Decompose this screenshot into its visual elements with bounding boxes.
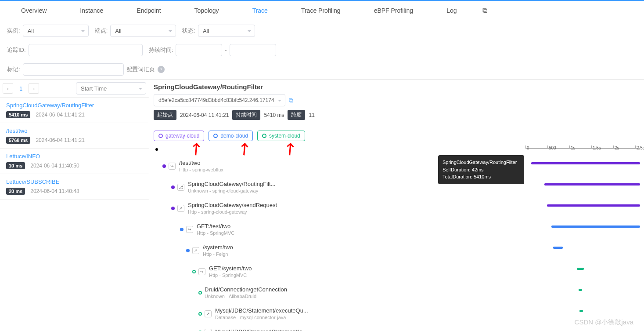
main: ‹ 1 › Start Time SpringCloudGateway/Rout…	[0, 80, 644, 331]
pager: ‹ 1 ›	[3, 83, 39, 94]
endpoint-select[interactable]: All	[110, 25, 176, 37]
instance-label: 实例:	[7, 27, 20, 35]
status-label: 状态:	[182, 27, 195, 35]
span-type-icon: ↗	[177, 205, 184, 212]
trace-id-select[interactable]: d5efe2ca5cc847749d3bbd4c83bfc542.246.171…	[154, 94, 285, 106]
filter-bar: 实例: All 端点: All 状态: All 追踪ID: 持续时间: - 标记…	[0, 20, 644, 80]
trace-item[interactable]: SpringCloudGateway/RoutingFilter 5410 ms…	[0, 98, 149, 123]
span-row[interactable]: ↪ GET:/test/two Http - SpringMVC	[154, 223, 640, 244]
span-row[interactable]: ↗ /system/two Http - Feign	[154, 244, 640, 265]
tooltip-self: SelfDuration: 42ms	[443, 166, 520, 174]
span-count: 11	[309, 112, 314, 118]
span-row[interactable]: Druid/Connection/getConnection Unknown -…	[154, 286, 640, 307]
trace-item-time: 2024-06-04 11:41:21	[36, 112, 84, 118]
span-row[interactable]: ↗ Mysql/JDBC/Statement/executeQu... Data…	[154, 307, 640, 328]
span-duration-bar	[551, 226, 640, 228]
span-dot-icon	[192, 270, 196, 273]
span-duration-bar	[531, 162, 640, 164]
span-tooltip: SpringCloudGateway/RoutingFilter SelfDur…	[438, 155, 524, 184]
tags-input[interactable]	[23, 63, 124, 76]
span-subtitle: Http - SpringMVC	[197, 230, 234, 236]
traceid-input[interactable]	[29, 44, 143, 56]
span-chip: 跨度	[288, 110, 305, 120]
tab-overview[interactable]: Overview	[4, 1, 63, 20]
service-chip[interactable]: demo-cloud	[209, 131, 253, 141]
trace-duration-badge: 20 ms	[6, 188, 25, 195]
ruler-tick: 1.5s	[591, 145, 601, 148]
trace-item[interactable]: Lettuce/INFO 10 ms 2024-06-04 11:40:50	[0, 149, 149, 174]
service-dot-icon	[158, 134, 163, 138]
service-name: system-cloud	[269, 133, 300, 139]
pager-page[interactable]: 1	[15, 85, 27, 92]
span-dot-icon	[162, 164, 166, 168]
service-chip[interactable]: gateway-cloud	[154, 131, 204, 141]
trace-item-title: /test/two	[6, 127, 143, 134]
span-duration-bar	[579, 289, 582, 291]
span-duration-bar	[544, 183, 640, 186]
timeline: 05001s1.5s2s2.5s SpringCloudGateway/Rout…	[154, 148, 640, 331]
ruler-tick: 2.5s	[635, 145, 644, 148]
span-name: Druid/Connection/getConnection	[205, 286, 287, 293]
pager-prev[interactable]: ‹	[3, 83, 13, 94]
status-select[interactable]: All	[198, 25, 255, 37]
tab-trace-profiling[interactable]: Trace Profiling	[284, 1, 357, 20]
trace-item-title: Lettuce/SUBSCRIBE	[6, 178, 143, 185]
trace-item[interactable]: Lettuce/SUBSCRIBE 20 ms 2024-06-04 11:40…	[0, 174, 149, 200]
span-row[interactable]: ↗ SpringCloudGateway/sendRequest Http - …	[154, 202, 640, 223]
nav-tabs: Overview Instance Endpoint Topology Trac…	[0, 0, 644, 20]
span-row[interactable]: ↪ GET:/system/two Http - SpringMVC	[154, 265, 640, 286]
span-name: Mysql/JDBC/Statement/executeQu...	[215, 307, 308, 314]
copy-tab-icon[interactable]: ⧉	[474, 7, 496, 15]
span-duration-bar	[579, 310, 583, 312]
span-subtitle: Http - SpringMVC	[209, 273, 252, 278]
pager-next[interactable]: ›	[29, 83, 39, 94]
span-name: SpringCloudGateway/sendRequest	[188, 202, 277, 208]
span-dot-icon	[180, 228, 183, 231]
ruler-tick: 0	[525, 145, 529, 148]
trace-item-time: 2024-06-04 11:41:21	[36, 137, 84, 143]
help-icon[interactable]: ?	[158, 66, 165, 73]
ruler-tick: 1s	[569, 145, 576, 148]
time-ruler: 05001s1.5s2s2.5s	[525, 145, 640, 154]
duration-max-input[interactable]	[230, 44, 276, 56]
span-subtitle: Unknown - AlibabaDruid	[205, 294, 287, 299]
tab-log[interactable]: Log	[430, 1, 473, 20]
span-name: /system/two	[203, 244, 233, 251]
span-subtitle: Http - spring-cloud-gateway	[188, 209, 277, 215]
ruler-tick: 2s	[613, 145, 619, 148]
root-node	[155, 148, 158, 151]
span-duration-bar	[553, 247, 563, 249]
copy-icon[interactable]: ⧉	[289, 97, 293, 104]
duration-min-input[interactable]	[176, 44, 222, 56]
service-dot-icon	[262, 134, 266, 138]
span-type-icon: ⎇	[177, 184, 184, 191]
span-type-icon: ↗	[192, 247, 199, 254]
span-type-icon: ↗	[205, 310, 212, 317]
start-time: 2024-06-04 11:41:21	[180, 112, 229, 118]
duration-value: 5410 ms	[264, 112, 284, 118]
tab-endpoint[interactable]: Endpoint	[120, 1, 177, 20]
span-name: GET:/test/two	[197, 223, 234, 229]
trace-item-time: 2024-06-04 11:40:48	[30, 188, 79, 194]
tab-instance[interactable]: Instance	[63, 1, 120, 20]
duration-label: 持续时间:	[149, 46, 173, 54]
service-name: gateway-cloud	[165, 133, 199, 139]
duration-chip: 持续时间	[232, 110, 260, 120]
instance-select[interactable]: All	[23, 25, 89, 37]
sort-select[interactable]: Start Time	[76, 82, 146, 95]
tab-topology[interactable]: Topology	[178, 1, 236, 20]
trace-item[interactable]: /test/two 5768 ms 2024-06-04 11:41:21	[0, 123, 149, 149]
ruler-tick: 500	[547, 145, 556, 148]
span-dot-icon	[186, 249, 190, 252]
tab-trace[interactable]: Trace	[236, 1, 284, 20]
trace-duration-badge: 10 ms	[6, 162, 25, 169]
span-row[interactable]: ↗ Mysql/JDBC/PreparedStatement/e...	[154, 328, 640, 331]
span-name: GET:/system/two	[209, 265, 252, 272]
span-subtitle: Database - mysql-connector-java	[215, 315, 308, 320]
span-name: SpringCloudGateway/RoutingFilt...	[188, 181, 275, 187]
tab-ebpf-profiling[interactable]: eBPF Profiling	[357, 1, 430, 20]
span-row[interactable]: ⎇ SpringCloudGateway/RoutingFilt... Unkn…	[154, 181, 640, 202]
span-row[interactable]: ↪ /test/two Http - spring-webflux	[154, 160, 640, 181]
span-name: /test/two	[179, 160, 223, 166]
service-chip[interactable]: system-cloud	[257, 131, 305, 141]
